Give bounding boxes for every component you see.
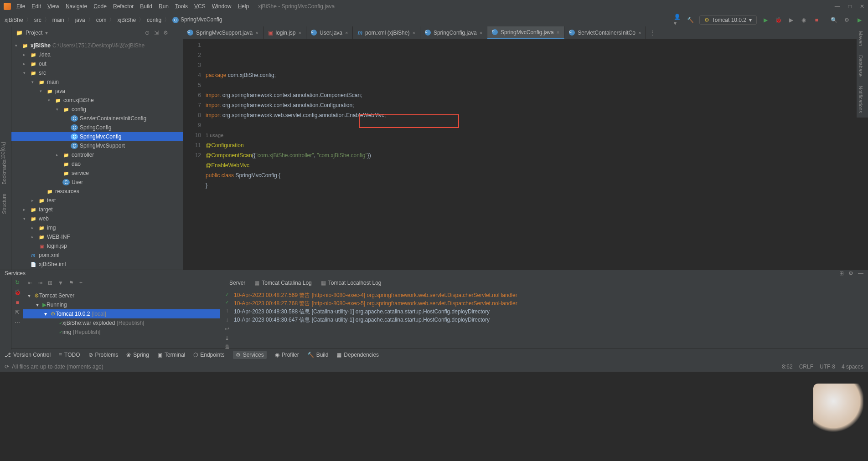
tree-item-config[interactable]: ▾📁config — [11, 105, 183, 114]
close-icon[interactable]: × — [299, 30, 301, 36]
status-item[interactable]: CRLF — [799, 364, 813, 370]
editor-tab[interactable]: mpom.xml (xjBiShe)× — [353, 26, 420, 39]
left-tab-bookmarks[interactable]: Bookmarks — [0, 155, 8, 189]
tree-item-pom-xml[interactable]: mpom.xml — [11, 251, 183, 260]
debug-button[interactable]: 🐞 — [774, 16, 782, 24]
tree-item-login-jsp[interactable]: ▣login.jsp — [11, 241, 183, 251]
menu-run[interactable]: Run — [159, 3, 169, 10]
tabs-more[interactable]: ⋮ — [646, 26, 659, 39]
wrap-icon[interactable]: ↩ — [225, 326, 229, 332]
select-opened-icon[interactable]: ⊙ — [145, 30, 150, 36]
code-content[interactable]: package com.xjBiShe.config; import org.s… — [206, 39, 868, 270]
close-icon[interactable]: × — [345, 30, 348, 36]
hide-icon[interactable]: — — [173, 30, 178, 36]
breadcrumb-item[interactable]: java — [75, 17, 85, 23]
user-icon[interactable]: 👤▾ — [674, 16, 682, 24]
menu-help[interactable]: Help — [238, 3, 249, 10]
tree-item-img[interactable]: ▸📁img — [11, 223, 183, 232]
grid-icon[interactable]: ⊞ — [48, 280, 52, 286]
tree-item-src[interactable]: ▾📁src — [11, 68, 183, 77]
tree-item-target[interactable]: ▸📁target — [11, 205, 183, 214]
left-tab-structure[interactable]: Structure — [0, 189, 8, 219]
stop-icon[interactable]: ■ — [16, 299, 19, 306]
bottom-tab-endpoints[interactable]: ⬡Endpoints — [193, 352, 224, 358]
editor-tab[interactable]: CServletContainersInitCo× — [564, 26, 646, 39]
project-tree[interactable]: ▾📁xjBiSheC:\Users\17512\Desktop\毕设\xjBiS… — [11, 39, 183, 270]
console-tab[interactable]: ▦Tomcat Catalina Log — [254, 280, 311, 286]
debug-icon[interactable]: 🐞 — [14, 289, 21, 296]
menu-code[interactable]: Code — [93, 3, 107, 10]
bottom-tab-dependencies[interactable]: ▦Dependencies — [336, 352, 379, 358]
tag-icon[interactable]: ⚑ — [69, 280, 74, 286]
gear-icon[interactable]: ⚙ — [842, 16, 851, 24]
close-button[interactable]: ✕ — [860, 3, 864, 10]
more-icon[interactable]: ⋯ — [15, 319, 20, 326]
add-icon[interactable]: + — [79, 280, 83, 286]
bottom-tab-problems[interactable]: ⊘Problems — [88, 352, 119, 358]
tree-item-controller[interactable]: ▸📁controller — [11, 150, 183, 159]
console-tab[interactable]: ▦Tomcat Localhost Log — [321, 280, 382, 286]
editor-tab[interactable]: CSpringMvcSupport.java× — [183, 26, 264, 39]
breadcrumb-item[interactable]: config — [147, 17, 161, 23]
bottom-tab-spring[interactable]: ❀Spring — [126, 352, 149, 358]
hammer-icon[interactable]: 🔨 — [687, 16, 695, 24]
menu-navigate[interactable]: Navigate — [66, 3, 87, 10]
play-icon[interactable]: ▶ — [855, 16, 863, 24]
deploy-icon[interactable]: ⇱ — [15, 309, 20, 316]
close-icon[interactable]: × — [480, 30, 482, 36]
expand-all-icon[interactable]: ⇲ — [154, 30, 159, 36]
menu-edit[interactable]: Edit — [31, 3, 41, 10]
bottom-tab-build[interactable]: 🔨Build — [307, 352, 329, 358]
gear-icon[interactable]: ⚙ — [848, 270, 853, 277]
tree-item-web-inf[interactable]: ▸📁WEB-INF — [11, 232, 183, 241]
services-tree-item[interactable]: ▾⚙ Tomcat 10.0.2[local] — [23, 309, 220, 318]
editor-tab[interactable]: CUser.java× — [306, 26, 353, 39]
menu-vcs[interactable]: VCS — [194, 3, 206, 10]
close-icon[interactable]: × — [412, 30, 415, 36]
up-icon[interactable]: ↑ — [226, 307, 228, 314]
tree-root[interactable]: ▾📁xjBiSheC:\Users\17512\Desktop\毕设\xjBiS… — [11, 41, 183, 50]
close-icon[interactable]: × — [557, 30, 559, 35]
services-tree-item[interactable]: ✓ img[Republish] — [23, 328, 220, 337]
gear-icon[interactable]: ⚙ — [163, 30, 168, 36]
editor-tab[interactable]: ▣login.jsp× — [264, 26, 306, 39]
breadcrumb-item[interactable]: xjBiShe — [5, 17, 23, 23]
menu-build[interactable]: Build — [140, 3, 152, 10]
run-button[interactable]: ▶ — [761, 16, 770, 24]
menu-view[interactable]: View — [47, 3, 59, 10]
run-config-selector[interactable]: ⚙ Tomcat 10.0.2 ▾ — [699, 15, 757, 25]
tree-item-com-xjbishe[interactable]: ▾📁com.xjBiShe — [11, 96, 183, 105]
stop-button[interactable]: ■ — [812, 16, 821, 24]
tree-item-web[interactable]: ▾📁web — [11, 214, 183, 223]
coverage-button[interactable]: ▶ — [787, 16, 795, 24]
breadcrumb-item[interactable]: xjBiShe — [117, 17, 136, 23]
hide-icon[interactable]: — — [858, 270, 863, 277]
tree-item-main[interactable]: ▾📁main — [11, 77, 183, 87]
rerun-icon[interactable]: ↻ — [15, 279, 20, 286]
editor-tab[interactable]: CSpringConfig.java× — [420, 26, 487, 39]
console-tab[interactable]: Server — [229, 280, 245, 286]
menu-window[interactable]: Window — [212, 3, 232, 10]
bottom-tab-todo[interactable]: ≡TODO — [59, 352, 80, 358]
tree-item-springconfig[interactable]: CSpringConfig — [11, 123, 183, 132]
services-tree-item[interactable]: ✓ xjBiShe:war exploded[Republish] — [23, 318, 220, 328]
menu-file[interactable]: File — [16, 3, 25, 10]
breadcrumb-item[interactable]: main — [52, 17, 64, 23]
maximize-button[interactable]: □ — [848, 3, 852, 10]
down-icon[interactable]: ↓ — [226, 317, 228, 323]
tree-item-out[interactable]: ▸📁out — [11, 59, 183, 68]
filter-icon[interactable]: ▼ — [58, 280, 63, 286]
tree-item-resources[interactable]: 📁resources — [11, 187, 183, 196]
editor-body[interactable]: 123456789101112 package com.xjBiShe.conf… — [183, 39, 868, 270]
left-tool-gutter[interactable]: Project — [0, 26, 11, 270]
right-tab-database[interactable]: Database — [857, 51, 865, 81]
minimize-button[interactable]: — — [835, 3, 840, 10]
console-output[interactable]: 10-Apr-2023 00:48:27.569 警告 [http-nio-80… — [234, 289, 868, 350]
status-item[interactable]: UTF-8 — [820, 364, 835, 370]
bottom-tab-terminal[interactable]: ▣Terminal — [157, 352, 185, 358]
tree-item-xjbishe-iml[interactable]: 📄xjBiShe.iml — [11, 260, 183, 269]
scroll-icon[interactable]: ⤓ — [225, 335, 229, 341]
breadcrumb-item[interactable]: CSpringMvcConfig — [172, 16, 222, 23]
bottom-tab-version-control[interactable]: ⎇Version Control — [5, 352, 51, 358]
tree-item-springmvcsupport[interactable]: CSpringMvcSupport — [11, 141, 183, 150]
